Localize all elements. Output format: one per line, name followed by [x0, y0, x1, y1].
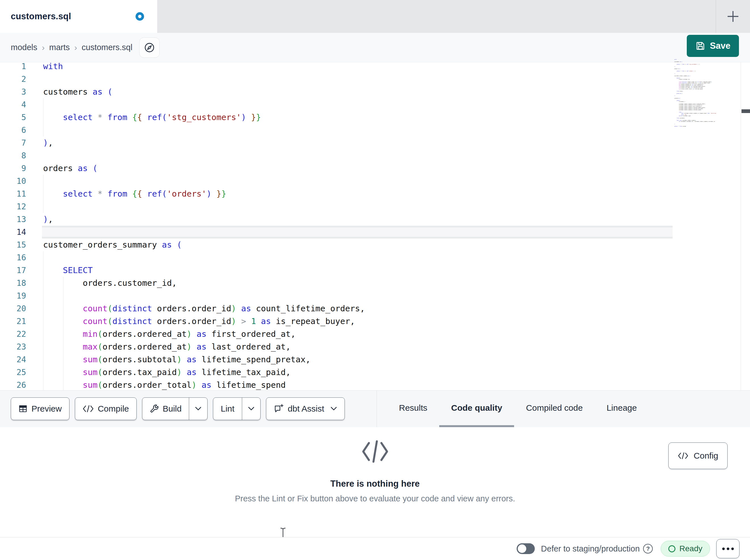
line-number: 2 — [0, 73, 26, 86]
code-icon — [678, 452, 689, 460]
code-line[interactable]: 15customer_orders_summary as ( — [0, 238, 750, 251]
breadcrumb-file: customers.sql — [82, 43, 133, 52]
line-number: 10 — [0, 175, 26, 188]
help-icon[interactable]: ? — [643, 544, 653, 554]
code-line[interactable]: 2 — [0, 73, 750, 86]
tab-code-quality[interactable]: Code quality — [439, 391, 514, 428]
code-line[interactable]: 26 sum(orders.order_total) as lifetime_s… — [0, 379, 750, 390]
tab-results[interactable]: Results — [387, 391, 439, 428]
line-number: 11 — [0, 188, 26, 200]
plus-icon — [727, 10, 739, 23]
code-line[interactable]: 6 — [0, 124, 750, 137]
line-number: 23 — [0, 340, 26, 353]
line-number: 21 — [0, 315, 26, 328]
empty-state-title: There is nothing here — [0, 479, 750, 489]
code-line[interactable]: 18 orders.customer_id, — [0, 277, 750, 290]
code-line[interactable]: 16 — [0, 251, 750, 264]
toggle-knob — [518, 544, 526, 553]
code-line[interactable]: 12 — [0, 200, 750, 213]
compile-button[interactable]: Compile — [75, 397, 137, 420]
preview-label: Preview — [32, 404, 62, 414]
more-options-button[interactable] — [716, 539, 739, 558]
tab-customers-sql[interactable]: customers.sql — [0, 0, 158, 33]
tab-compiled-code[interactable]: Compiled code — [514, 391, 595, 428]
unsaved-changes-dot-icon — [136, 12, 144, 21]
code-line[interactable]: 17 SELECT — [0, 264, 750, 277]
breadcrumb-models[interactable]: models — [11, 43, 37, 52]
code-lines: 1with23customers as (45 select * from {{… — [0, 62, 750, 390]
breadcrumb-marts[interactable]: marts — [50, 43, 70, 52]
line-number: 17 — [0, 264, 26, 277]
code-editor[interactable]: 1with23customers as (45 select * from {{… — [0, 62, 750, 390]
line-number: 7 — [0, 137, 26, 149]
lint-dropdown[interactable] — [242, 398, 260, 420]
defer-label: Defer to staging/production — [541, 544, 640, 554]
status-bar: Defer to staging/production ? Ready — [0, 537, 750, 560]
assist-label: dbt Assist — [288, 404, 324, 414]
line-number: 19 — [0, 290, 26, 302]
line-number: 6 — [0, 124, 26, 137]
minimap[interactable]: withcustomers as ( select * from {{ ref(… — [674, 59, 739, 128]
chevron-down-icon — [195, 407, 202, 411]
tab-lineage[interactable]: Lineage — [595, 391, 649, 428]
line-number: 26 — [0, 379, 26, 390]
code-line[interactable]: 7), — [0, 137, 750, 149]
status-label: Ready — [679, 544, 703, 553]
code-line[interactable]: 1with — [0, 62, 750, 73]
line-number: 25 — [0, 366, 26, 379]
line-number: 14 — [0, 226, 26, 238]
empty-state: There is nothing here Press the Lint or … — [0, 439, 750, 503]
chevron-down-icon — [330, 407, 337, 411]
line-number: 5 — [0, 111, 26, 124]
assist-sparkle-chat-icon — [274, 403, 284, 414]
line-number: 4 — [0, 98, 26, 111]
wrench-icon — [150, 404, 159, 413]
new-tab-button[interactable] — [716, 0, 750, 33]
code-line[interactable]: 20 count(distinct orders.order_id) as co… — [0, 302, 750, 315]
ide-status-badge[interactable]: Ready — [661, 541, 710, 557]
tab-bar: customers.sql — [0, 0, 750, 33]
code-line[interactable]: 22 min(orders.ordered_at) as first_order… — [0, 328, 750, 340]
build-main[interactable]: Build — [142, 398, 189, 420]
build-dropdown[interactable] — [189, 398, 207, 420]
status-ring-icon — [668, 545, 675, 552]
code-line[interactable]: 24 sum(orders.subtotal) as lifetime_spen… — [0, 353, 750, 366]
line-number: 8 — [0, 149, 26, 162]
preview-button[interactable]: Preview — [11, 397, 70, 420]
code-line[interactable]: 23 max(orders.ordered_at) as last_ordere… — [0, 340, 750, 353]
code-line[interactable]: 3customers as ( — [0, 86, 750, 98]
lint-label: Lint — [221, 404, 234, 414]
code-line[interactable]: 10 — [0, 175, 750, 188]
code-line[interactable]: 25 sum(orders.tax_paid) as lifetime_tax_… — [0, 366, 750, 379]
lint-main[interactable]: Lint — [213, 398, 242, 420]
code-line[interactable]: 13), — [0, 213, 750, 226]
defer-toggle[interactable] — [517, 543, 535, 554]
code-line[interactable]: 5 select * from {{ ref('stg_customers') … — [0, 111, 750, 124]
config-button[interactable]: Config — [668, 442, 728, 469]
dbt-assist-button[interactable]: dbt Assist — [266, 397, 345, 420]
breadcrumb-row: models › marts › customers.sql — [0, 33, 750, 62]
results-panel: There is nothing here Press the Lint or … — [0, 427, 750, 537]
code-icon — [82, 405, 94, 413]
line-number: 3 — [0, 86, 26, 98]
code-line[interactable]: 9orders as ( — [0, 162, 750, 175]
code-line[interactable]: 11 select * from {{ ref('orders') }} — [0, 188, 750, 200]
code-line[interactable]: 21 count(distinct orders.order_id) > 1 a… — [0, 315, 750, 328]
tab-title: customers.sql — [11, 11, 71, 22]
explore-lineage-button[interactable] — [139, 37, 160, 58]
build-label: Build — [163, 404, 182, 414]
editor-scrollbar-thumb[interactable] — [742, 109, 750, 113]
line-number: 22 — [0, 328, 26, 340]
line-number: 12 — [0, 200, 26, 213]
save-button[interactable]: Save — [687, 35, 739, 57]
build-button[interactable]: Build — [142, 397, 208, 420]
lint-button[interactable]: Lint — [213, 397, 260, 420]
compass-icon — [144, 42, 155, 53]
code-line[interactable]: 14 — [0, 226, 750, 238]
table-icon — [18, 404, 27, 413]
code-line[interactable]: 8 — [0, 149, 750, 162]
code-line[interactable]: 4 — [0, 98, 750, 111]
compile-label: Compile — [98, 404, 129, 414]
code-line[interactable]: 19 — [0, 290, 750, 302]
breadcrumb-separator: › — [74, 43, 77, 53]
